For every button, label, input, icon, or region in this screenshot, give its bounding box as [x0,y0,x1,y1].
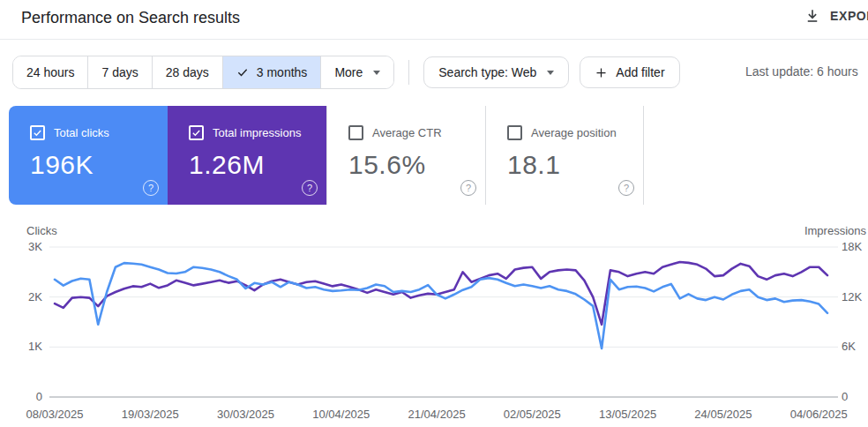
help-icon[interactable]: ? [302,180,318,196]
search-type-filter[interactable]: Search type: Web [423,56,569,88]
metric-card-average-position[interactable]: Average position 18.1 ? [485,106,644,205]
date-range-7-days[interactable]: 7 days [87,56,151,88]
x-axis-label: 30/03/2025 [217,408,274,421]
more-button[interactable]: More [320,56,393,88]
toolbar: 24 hours 7 days 28 days 3 months More Se… [12,56,691,89]
left-axis-tick: 3K [28,240,42,253]
right-axis-tick: 6K [842,340,856,353]
x-axis-label: 21/04/2025 [408,408,466,421]
metric-label: Average CTR [372,126,442,139]
export-label: EXPORT [830,9,868,23]
checkbox-checked-icon[interactable] [189,125,204,140]
right-axis-tick: 18K [842,240,862,253]
x-axis-label: 04/06/2025 [790,408,848,421]
metric-card-total-impressions[interactable]: Total impressions 1.26M ? [168,106,326,205]
date-range-28-days[interactable]: 28 days [152,56,222,88]
card-header: Average position [507,125,643,140]
metric-card-average-ctr[interactable]: Average CTR 15.6% ? [326,106,485,205]
search-type-label: Search type: Web [438,65,536,79]
page-title: Performance on Search results [21,9,240,27]
last-update-text: Last update: 6 hours [745,64,858,79]
clicks-line[interactable] [55,263,827,348]
plus-icon [595,66,608,79]
chevron-down-icon [373,71,380,75]
x-axis-label: 19/03/2025 [122,408,179,421]
card-header: Average CTR [348,125,485,140]
add-filter-label: Add filter [616,65,664,79]
card-header: Total clicks [30,125,168,140]
x-axis-label: 13/05/2025 [599,408,656,421]
help-icon[interactable]: ? [143,180,159,196]
help-icon[interactable]: ? [460,180,476,196]
more-label: More [334,65,363,79]
chevron-down-icon [547,71,554,75]
toolbar-divider [408,60,409,85]
download-icon [804,8,820,24]
right-axis-tick: 12K [842,290,862,303]
x-axis-label: 10/04/2025 [312,408,370,421]
date-range-label: 7 days [101,65,138,79]
add-filter-button[interactable]: Add filter [580,56,679,88]
metric-value: 15.6% [348,150,485,180]
performance-chart[interactable]: 001K6K2K12K3K18KClicksImpressions08/03/2… [0,219,868,427]
help-icon[interactable]: ? [618,180,634,196]
metric-cards: Total clicks 196K ? Total impressions 1.… [9,106,644,205]
checkbox-unchecked-icon[interactable] [348,125,363,140]
right-axis-title: Impressions [804,224,867,237]
impressions-line[interactable] [55,262,827,325]
metric-label: Average position [531,126,617,139]
metric-value: 1.26M [189,150,326,180]
right-axis-tick: 0 [842,390,848,403]
date-range-3-months[interactable]: 3 months [222,56,321,88]
date-range-label: 28 days [166,65,209,79]
check-icon [236,66,249,79]
left-axis-tick: 0 [36,390,42,403]
date-range-24-hours[interactable]: 24 hours [13,56,87,88]
card-header: Total impressions [189,125,326,140]
x-axis-label: 02/05/2025 [504,408,561,421]
date-range-group: 24 hours 7 days 28 days 3 months More [12,56,394,89]
metric-label: Total clicks [54,126,109,139]
date-range-label: 3 months [257,65,308,79]
checkbox-unchecked-icon[interactable] [507,125,522,140]
left-axis-tick: 2K [28,290,42,303]
left-axis-tick: 1K [28,340,42,353]
export-button[interactable]: EXPORT [804,3,868,29]
checkbox-checked-icon[interactable] [30,125,45,140]
metric-card-total-clicks[interactable]: Total clicks 196K ? [9,106,168,205]
header-divider [0,39,868,40]
performance-page: Performance on Search results EXPORT 24 … [0,0,868,427]
metric-value: 18.1 [507,150,643,180]
date-range-label: 24 hours [26,65,74,79]
x-axis-label: 08/03/2025 [26,408,83,421]
metric-label: Total impressions [213,126,301,139]
metric-value: 196K [30,150,168,180]
left-axis-title: Clicks [26,224,57,237]
x-axis-label: 24/05/2025 [694,408,752,421]
